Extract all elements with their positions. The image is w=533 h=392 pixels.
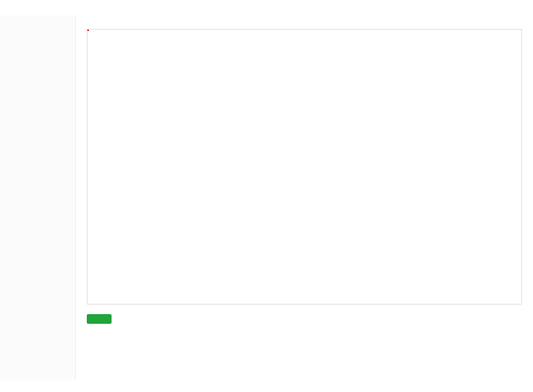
highlight-rect (87, 30, 89, 31)
save-button[interactable] (87, 314, 112, 324)
code-editor[interactable] (87, 29, 522, 305)
main-pane (0, 15, 533, 380)
page-title (0, 0, 533, 15)
sidebar (0, 15, 76, 380)
content-pane (76, 15, 533, 380)
